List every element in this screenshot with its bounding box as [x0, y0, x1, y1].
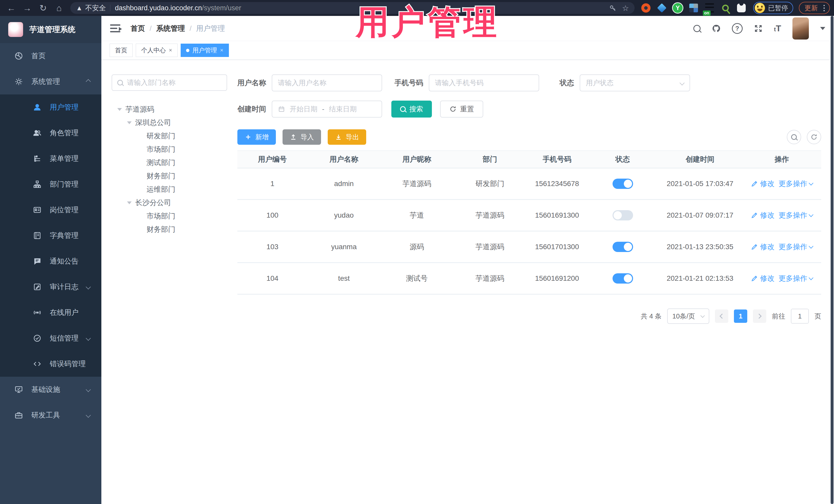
- next-page-button[interactable]: [753, 309, 766, 323]
- tab-profile[interactable]: 个人中心×: [136, 44, 178, 57]
- search-button[interactable]: 搜索: [391, 101, 432, 117]
- tree-node[interactable]: 深圳总公司: [112, 116, 227, 129]
- sidebar-item-dict-management[interactable]: 字典管理: [0, 223, 101, 248]
- extension-grid-icon[interactable]: [688, 2, 699, 14]
- caret-down-icon[interactable]: [127, 201, 132, 204]
- sidebar-item-sms-management[interactable]: 短信管理: [0, 325, 101, 351]
- address-bar[interactable]: ▲ 不安全 dashboard.yudao.iocoder.cn /system…: [70, 2, 635, 14]
- sidebar-item-dept-management[interactable]: 部门管理: [0, 171, 101, 197]
- username-input[interactable]: 请输入用户名称: [272, 74, 382, 91]
- browser-update-chip[interactable]: 更新: [799, 2, 830, 14]
- search-icon[interactable]: [694, 25, 701, 32]
- sidebar-item-infrastructure[interactable]: 基础设施: [0, 377, 101, 402]
- tree-node[interactable]: 运维部门: [112, 183, 227, 196]
- font-size-icon[interactable]: tT: [774, 23, 781, 34]
- security-label: 不安全: [85, 3, 106, 13]
- close-icon[interactable]: ×: [169, 47, 172, 53]
- page-scrollbar[interactable]: [830, 16, 834, 504]
- sidebar-item-user-management[interactable]: 用户管理: [0, 94, 101, 120]
- sidebar-item-notice[interactable]: 通知公告: [0, 248, 101, 274]
- password-key-icon[interactable]: [609, 4, 616, 12]
- goto-page-input[interactable]: 1: [791, 309, 809, 324]
- log-icon: [33, 283, 42, 291]
- dept-search-input[interactable]: 请输入部门名称: [112, 74, 227, 91]
- extension-key-icon[interactable]: [720, 2, 731, 14]
- extension-y-icon[interactable]: Y: [672, 2, 683, 14]
- sidebar-item-home[interactable]: 首页: [0, 43, 101, 69]
- browser-reload-icon[interactable]: ↻: [36, 2, 50, 14]
- tree-node[interactable]: 市场部门: [112, 210, 227, 223]
- app-logo-row[interactable]: 芋道管理系统: [0, 16, 101, 43]
- sidebar-item-role-management[interactable]: 角色管理: [0, 120, 101, 146]
- more-actions-link[interactable]: 更多操作: [778, 273, 813, 283]
- status-select[interactable]: 用户状态: [580, 74, 690, 91]
- browser-forward-icon[interactable]: →: [20, 2, 35, 14]
- sidebar-item-menu-management[interactable]: 菜单管理: [0, 146, 101, 171]
- extension-onebars-icon[interactable]: on: [704, 2, 715, 14]
- tree-node[interactable]: 市场部门: [112, 143, 227, 156]
- cell-created: 2021-01-05 17:03:47: [658, 180, 742, 188]
- more-actions-label: 更多操作: [778, 273, 807, 283]
- sidebar-item-post-management[interactable]: 岗位管理: [0, 197, 101, 223]
- extension-ubuntu-icon[interactable]: [640, 2, 652, 14]
- reset-button[interactable]: 重置: [440, 101, 483, 117]
- current-page[interactable]: 1: [734, 309, 747, 323]
- prev-page-button[interactable]: [715, 309, 728, 323]
- show-search-button[interactable]: [787, 130, 801, 144]
- status-toggle[interactable]: [613, 210, 633, 220]
- tree-node[interactable]: 财务部门: [112, 169, 227, 183]
- browser-back-icon[interactable]: ←: [4, 2, 19, 14]
- extension-gem-icon[interactable]: [656, 2, 667, 14]
- mobile-input[interactable]: 请输入手机号码: [429, 74, 539, 91]
- avatar-caret-down-icon[interactable]: [820, 27, 825, 30]
- status-toggle[interactable]: [613, 179, 633, 189]
- bookmark-star-icon[interactable]: ☆: [622, 4, 629, 13]
- browser-menu-kebab-icon[interactable]: [822, 3, 826, 13]
- more-actions-link[interactable]: 更多操作: [778, 211, 813, 220]
- tree-node[interactable]: 研发部门: [112, 129, 227, 143]
- sidebar-item-online-users[interactable]: 在线用户: [0, 300, 101, 325]
- browser-profile-chip[interactable]: 已暂停: [753, 2, 793, 14]
- caret-down-icon[interactable]: [127, 122, 132, 124]
- close-icon[interactable]: ×: [220, 47, 223, 53]
- page-size-select[interactable]: 10条/页: [667, 308, 709, 324]
- tree-node[interactable]: 芋道源码: [112, 103, 227, 116]
- breadcrumb-item[interactable]: 系统管理: [156, 24, 185, 34]
- tree-node[interactable]: 财务部门: [112, 223, 227, 236]
- tab-user-management[interactable]: 用户管理×: [181, 44, 229, 57]
- cell-nickname: 芋道: [380, 211, 453, 220]
- help-icon[interactable]: ?: [732, 23, 743, 34]
- tree-node[interactable]: 测试部门: [112, 156, 227, 169]
- user-avatar[interactable]: [792, 18, 809, 40]
- scrollbar-thumb[interactable]: [831, 16, 833, 504]
- date-range-input[interactable]: 开始日期 - 结束日期: [272, 101, 382, 117]
- edit-link[interactable]: 修改: [751, 273, 774, 283]
- fullscreen-icon[interactable]: [754, 24, 763, 33]
- breadcrumb-item[interactable]: 用户管理: [196, 24, 225, 34]
- breadcrumb-separator: /: [190, 24, 192, 32]
- edit-link[interactable]: 修改: [751, 179, 774, 189]
- page-unit-label: 页: [814, 312, 821, 321]
- add-button[interactable]: 新增: [237, 129, 276, 145]
- refresh-table-button[interactable]: [807, 130, 821, 144]
- extension-puzzle-icon[interactable]: [736, 2, 747, 14]
- edit-link[interactable]: 修改: [751, 242, 774, 252]
- breadcrumb-item[interactable]: 首页: [131, 24, 145, 34]
- sidebar-item-dev-tools[interactable]: 研发工具: [0, 402, 101, 428]
- export-button[interactable]: 导出: [328, 129, 366, 145]
- tree-node[interactable]: 长沙分公司: [112, 196, 227, 210]
- sidebar-collapse-icon[interactable]: [110, 23, 122, 34]
- import-button[interactable]: 导入: [283, 129, 321, 145]
- tab-home[interactable]: 首页: [110, 44, 133, 57]
- sidebar-item-system-management[interactable]: 系统管理: [0, 69, 101, 94]
- sidebar-item-audit-log[interactable]: 审计日志: [0, 274, 101, 300]
- status-toggle[interactable]: [613, 242, 633, 252]
- edit-link[interactable]: 修改: [751, 211, 774, 220]
- browser-home-icon[interactable]: ⌂: [52, 2, 66, 14]
- sidebar-item-error-code-management[interactable]: 错误码管理: [0, 351, 101, 377]
- github-icon[interactable]: [712, 24, 721, 33]
- caret-down-icon[interactable]: [117, 108, 122, 111]
- more-actions-link[interactable]: 更多操作: [778, 242, 813, 252]
- status-toggle[interactable]: [613, 273, 633, 284]
- more-actions-link[interactable]: 更多操作: [778, 179, 813, 189]
